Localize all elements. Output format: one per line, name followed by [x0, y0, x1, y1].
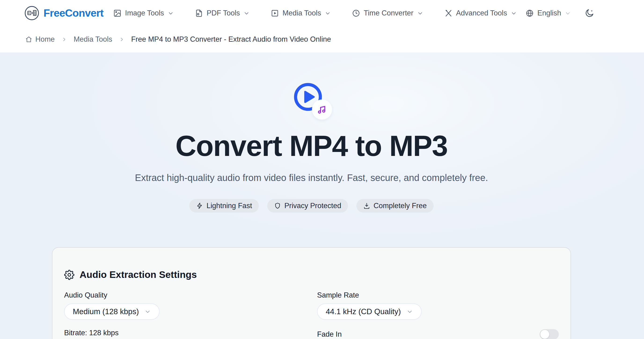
clock-icon	[352, 9, 360, 17]
badge-completely-free: Completely Free	[356, 199, 434, 213]
pdf-icon	[195, 9, 203, 17]
home-icon	[25, 36, 32, 43]
badge-lightning-fast: Lightning Fast	[189, 199, 259, 213]
nav-item-pdf-tools[interactable]: PDF Tools	[195, 9, 250, 17]
fade-in-toggle[interactable]	[540, 329, 559, 339]
page-subtitle: Extract high-quality audio from video fi…	[52, 173, 571, 183]
chevron-down-icon	[417, 10, 423, 17]
gear-icon	[64, 270, 74, 280]
chevron-down-icon	[243, 10, 250, 17]
page-title: Convert MP4 to MP3	[52, 131, 571, 160]
breadcrumb-home-label: Home	[35, 35, 55, 44]
breadcrumb: Home Media Tools Free MP4 to MP3 Convert…	[0, 26, 644, 53]
settings-title: Audio Extraction Settings	[80, 269, 197, 280]
audio-quality-value: Medium (128 kbps)	[73, 307, 139, 316]
chevron-right-icon	[61, 37, 67, 42]
music-note-icon	[312, 100, 332, 120]
breadcrumb-home[interactable]: Home	[25, 35, 55, 44]
badge-label: Completely Free	[374, 202, 426, 210]
nav-item-label: Media Tools	[282, 9, 321, 17]
nav-item-media-tools[interactable]: Media Tools	[271, 9, 331, 17]
hero: Convert MP4 to MP3 Extract high-quality …	[52, 53, 571, 213]
settings-card: Audio Extraction Settings Audio Quality …	[52, 247, 571, 339]
fade-in-row: Fade In	[317, 329, 559, 339]
bitrate-label: Bitrate: 128 kbps	[64, 329, 306, 337]
language-label: English	[537, 9, 561, 17]
nav-item-time-converter[interactable]: Time Converter	[352, 9, 423, 17]
breadcrumb-current-page: Free MP4 to MP3 Converter - Extract Audi…	[131, 35, 331, 44]
chevron-down-icon	[168, 10, 174, 17]
sample-rate-label: Sample Rate	[317, 291, 559, 299]
media-icon	[271, 9, 279, 17]
header: FreeConvert Image Tools	[0, 0, 644, 53]
dark-mode-toggle[interactable]	[584, 8, 594, 18]
download-icon	[363, 202, 370, 209]
chevron-down-icon	[324, 10, 331, 17]
mp4-to-mp3-hero-icon	[294, 53, 329, 119]
chevron-down-icon	[565, 10, 571, 17]
nav-right-group: English	[526, 8, 644, 18]
feature-badges: Lightning Fast Privacy Protected	[52, 199, 571, 213]
breadcrumb-media-tools[interactable]: Media Tools	[74, 35, 112, 44]
nav-item-label: Image Tools	[125, 9, 164, 17]
nav-item-label: Time Converter	[364, 9, 413, 17]
settings-heading-row: Audio Extraction Settings	[64, 269, 559, 280]
nav-item-label: PDF Tools	[207, 9, 240, 17]
shield-icon	[274, 202, 281, 209]
breadcrumb-section-label: Media Tools	[74, 35, 112, 44]
lightning-icon	[196, 202, 203, 209]
image-icon	[113, 9, 122, 17]
brand-logo[interactable]: FreeConvert	[24, 6, 104, 21]
top-nav: FreeConvert Image Tools	[0, 0, 644, 26]
audio-quality-select[interactable]: Medium (128 kbps)	[64, 303, 160, 320]
brand-name: FreeConvert	[44, 7, 104, 19]
badge-label: Lightning Fast	[206, 202, 252, 210]
nav-item-advanced-tools[interactable]: Advanced Tools	[444, 9, 517, 17]
chevron-down-icon	[144, 308, 151, 315]
chevron-down-icon	[510, 10, 517, 17]
tools-icon	[444, 9, 452, 17]
globe-icon	[526, 9, 534, 17]
freeconvert-logo-icon	[24, 6, 39, 21]
nav-item-label: Advanced Tools	[456, 9, 507, 17]
sample-rate-select[interactable]: 44.1 kHz (CD Quality)	[317, 303, 422, 320]
main-section: Convert MP4 to MP3 Extract high-quality …	[0, 53, 644, 339]
chevron-right-icon	[119, 37, 125, 42]
fade-in-label: Fade In	[317, 330, 342, 338]
language-selector[interactable]: English	[526, 9, 571, 17]
moon-icon	[584, 8, 594, 18]
sample-rate-value: 44.1 kHz (CD Quality)	[326, 307, 401, 316]
main-menu: Image Tools PDF Tools	[113, 9, 517, 17]
badge-privacy-protected: Privacy Protected	[267, 199, 348, 213]
audio-quality-label: Audio Quality	[64, 291, 306, 299]
chevron-down-icon	[406, 308, 413, 315]
nav-item-image-tools[interactable]: Image Tools	[113, 9, 174, 17]
badge-label: Privacy Protected	[284, 202, 341, 210]
fade-in-toggle-knob	[540, 330, 549, 339]
